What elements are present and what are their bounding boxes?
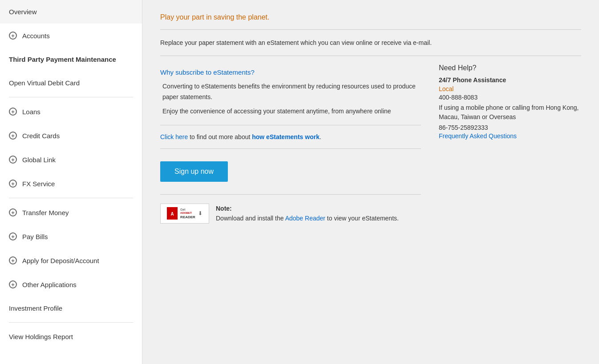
sidebar-divider [9,97,133,97]
sidebar-label-accounts: Accounts [22,32,50,40]
plus-icon-pay-bills: + [9,232,17,240]
plus-icon-apply-deposit: + [9,256,17,264]
plus-icon-accounts: + [9,32,17,40]
how-estatements-link[interactable]: how eStatements work [252,133,320,140]
sidebar-item-accounts[interactable]: +Accounts [0,24,142,48]
sidebar-label-transfer-money: Transfer Money [22,209,69,216]
sidebar-divider [9,198,133,198]
adobe-download-icon: ⬇ [198,210,202,216]
help-overseas-note: If using a mobile phone or calling from … [439,103,581,122]
sidebar: Overview+AccountsThird Party Payment Mai… [0,0,142,364]
headline: Play your part in saving the planet. [160,13,581,21]
help-column: Need Help? 24/7 Phone Assistance Local 4… [439,64,581,223]
plus-icon-transfer-money: + [9,208,17,216]
sidebar-item-loans[interactable]: +Loans [0,100,142,124]
sidebar-label-apply-deposit: Apply for Deposit/Account [22,257,99,264]
plus-icon-global-link: + [9,156,17,164]
help-local-label: Local [439,85,581,92]
help-overseas-number: 86-755-25892333 [439,124,581,131]
description: Replace your paper statement with an eSt… [160,39,432,46]
signup-button[interactable]: Sign up now [160,161,228,182]
plus-icon-loans: + [9,108,17,116]
sidebar-item-third-party[interactable]: Third Party Payment Maintenance [0,48,142,71]
main-content: Play your part in saving the planet. Rep… [142,0,599,364]
why-title: Why subscribe to eStatements? [160,68,421,76]
sidebar-item-overview[interactable]: Overview [0,0,142,24]
sidebar-item-open-virtual[interactable]: Open Virtual Debit Card [0,71,142,95]
sidebar-label-view-holdings: View Holdings Report [9,333,73,340]
sidebar-item-global-link[interactable]: +Global Link [0,148,142,172]
svg-text:A: A [170,212,174,216]
sidebar-item-transfer-money[interactable]: +Transfer Money [0,200,142,224]
note-text: Note: Download and install the Adobe Rea… [216,204,399,224]
plus-icon-fx-service: + [9,180,17,188]
note-suffix: to view your eStatements. [325,215,399,222]
sidebar-divider [9,322,133,323]
click-here-middle: to find out more about [188,133,252,140]
sidebar-label-loans: Loans [22,108,40,116]
sidebar-label-fx-service: FX Service [22,180,55,188]
help-local-number: 400-888-8083 [439,94,581,101]
adobe-reader-link[interactable]: Adobe Reader [285,215,325,222]
note-section: A Get ADOBE® READER ⬇ Note: [160,204,421,224]
sidebar-item-view-holdings[interactable]: View Holdings Report [0,325,142,348]
adobe-logo-icon: A [167,207,178,220]
plus-icon-credit-cards: + [9,132,17,140]
sidebar-label-third-party: Third Party Payment Maintenance [9,56,116,63]
adobe-brand-text: ADOBE® [180,212,195,215]
note-prefix: Download and install the [216,215,285,222]
sidebar-label-other-apps: Other Applications [22,281,77,288]
sidebar-label-pay-bills: Pay Bills [22,233,48,240]
click-here-link[interactable]: Click here [160,133,188,140]
adobe-reader-text: READER [180,215,195,220]
adobe-get-text: Get [180,208,195,212]
sidebar-item-pay-bills[interactable]: +Pay Bills [0,224,142,248]
phone-assistance-title: 24/7 Phone Assistance [439,76,581,84]
sidebar-label-credit-cards: Credit Cards [22,132,60,140]
sidebar-item-apply-deposit[interactable]: +Apply for Deposit/Account [0,248,142,272]
benefit-2: Enjoy the convenience of accessing your … [162,106,421,117]
sidebar-label-open-virtual: Open Virtual Debit Card [9,79,80,87]
sidebar-item-investment-profile[interactable]: Investment Profile [0,296,142,320]
plus-icon-other-apps: + [9,280,17,288]
sidebar-item-credit-cards[interactable]: +Credit Cards [0,124,142,148]
sidebar-item-fx-service[interactable]: +FX Service [0,172,142,196]
note-label: Note: [216,205,232,212]
need-help-title: Need Help? [439,64,581,72]
adobe-badge: A Get ADOBE® READER ⬇ [160,204,209,224]
sidebar-item-other-apps[interactable]: +Other Applications [0,272,142,296]
faq-link[interactable]: Frequently Asked Questions [439,132,517,140]
benefit-1: Converting to eStatements benefits the e… [162,81,421,103]
sidebar-label-overview: Overview [9,8,37,16]
sidebar-label-investment-profile: Investment Profile [9,304,62,312]
sidebar-label-global-link: Global Link [22,156,56,164]
description-text: Replace your paper statement with an eSt… [160,38,581,48]
click-here-section: Click here to find out more about how eS… [160,133,421,140]
